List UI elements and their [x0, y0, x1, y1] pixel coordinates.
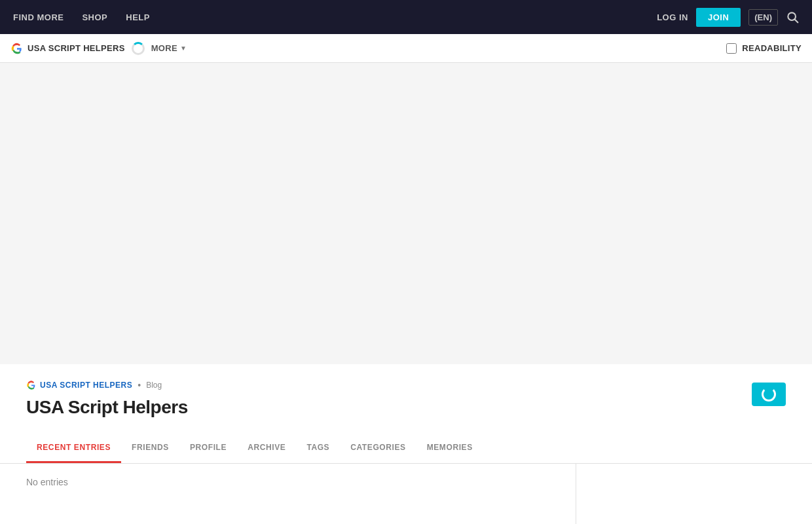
tab-memories[interactable]: MEMORIES	[416, 434, 483, 463]
blog-action-area	[752, 380, 786, 406]
readability-label: READABILITY	[742, 43, 802, 53]
tab-recent-entries[interactable]: RECENT ENTRIES	[26, 434, 121, 463]
loading-spinner	[132, 42, 145, 55]
site-name-link[interactable]: USA SCRIPT HELPERS	[10, 42, 125, 55]
top-nav-links: FIND MORE SHOP HELP	[13, 12, 150, 22]
breadcrumb-site-text: USA SCRIPT HELPERS	[40, 381, 132, 390]
blog-action-spinner	[762, 387, 776, 402]
join-button[interactable]: JOIN	[696, 8, 741, 27]
tab-categories[interactable]: CATEGORIES	[340, 434, 416, 463]
site-name-text: USA SCRIPT HELPERS	[28, 43, 125, 53]
blog-header: USA SCRIPT HELPERS • Blog USA Script Hel…	[0, 364, 812, 418]
breadcrumb: USA SCRIPT HELPERS • Blog	[26, 380, 188, 390]
secondary-navigation: USA SCRIPT HELPERS MORE ▼ READABILITY	[0, 34, 812, 63]
svg-line-1	[795, 20, 798, 23]
more-menu-button[interactable]: MORE ▼	[151, 43, 187, 53]
main-content: No entries	[26, 464, 576, 524]
find-more-link[interactable]: FIND MORE	[13, 12, 64, 22]
chevron-down-icon: ▼	[180, 45, 187, 52]
shop-link[interactable]: SHOP	[82, 12, 107, 22]
tab-tags[interactable]: TAGS	[296, 434, 340, 463]
second-nav-left: USA SCRIPT HELPERS MORE ▼	[10, 42, 187, 55]
sidebar	[576, 464, 786, 524]
breadcrumb-current-page[interactable]: Blog	[146, 381, 162, 390]
blog-title: USA Script Helpers	[26, 397, 188, 418]
breadcrumb-separator: •	[138, 380, 141, 390]
top-nav-actions: LOG IN JOIN (EN)	[657, 8, 799, 27]
help-link[interactable]: HELP	[126, 12, 150, 22]
search-button[interactable]	[786, 10, 799, 24]
content-area: No entries	[0, 464, 812, 524]
blog-header-left: USA SCRIPT HELPERS • Blog USA Script Hel…	[26, 380, 188, 418]
hero-banner	[0, 63, 812, 364]
breadcrumb-g-icon	[26, 380, 37, 390]
tabs-navigation: RECENT ENTRIES FRIENDS PROFILE ARCHIVE T…	[0, 434, 812, 464]
search-icon	[786, 10, 799, 24]
tab-archive[interactable]: ARCHIVE	[237, 434, 296, 463]
second-nav-right: READABILITY	[726, 43, 802, 54]
login-button[interactable]: LOG IN	[657, 12, 688, 22]
google-g-icon	[10, 42, 24, 55]
language-selector[interactable]: (EN)	[748, 9, 778, 26]
top-navigation: FIND MORE SHOP HELP LOG IN JOIN (EN)	[0, 0, 812, 34]
breadcrumb-site-link[interactable]: USA SCRIPT HELPERS	[26, 380, 132, 390]
tab-friends[interactable]: FRIENDS	[121, 434, 179, 463]
blog-action-button[interactable]	[752, 383, 786, 406]
more-label: MORE	[151, 43, 177, 53]
no-entries-text: No entries	[26, 477, 556, 487]
tab-profile[interactable]: PROFILE	[179, 434, 237, 463]
readability-checkbox[interactable]	[726, 43, 737, 54]
